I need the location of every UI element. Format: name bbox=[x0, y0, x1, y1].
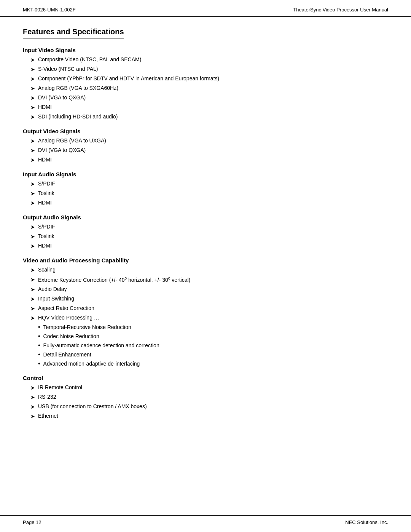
list-item-text: Toslink bbox=[38, 232, 54, 240]
arrow-bullet-icon: ➤ bbox=[30, 403, 35, 411]
section-video-audio-processing: Video and Audio Processing Capability➤Sc… bbox=[23, 257, 388, 368]
list-item-text: Analog RGB (VGA to UXGA) bbox=[38, 137, 106, 145]
list-item: ➤S-Video (NTSC and PAL) bbox=[30, 65, 388, 73]
section-control: Control➤IR Remote Control➤RS-232➤USB (fo… bbox=[23, 375, 388, 420]
list-item-text: Detail Enhancement bbox=[43, 351, 91, 359]
list-item: ➤Aspect Ratio Correction bbox=[30, 304, 388, 313]
arrow-bullet-icon: ➤ bbox=[30, 233, 35, 241]
bullet-list-output-video-signals: ➤Analog RGB (VGA to UXGA)➤DVI (VGA to QX… bbox=[23, 137, 388, 164]
arrow-bullet-icon: ➤ bbox=[30, 242, 35, 250]
section-heading-output-video-signals: Output Video Signals bbox=[23, 128, 388, 134]
list-item: •Codec Noise Reduction bbox=[38, 332, 388, 340]
list-item-text: S/PDIF bbox=[38, 223, 55, 231]
list-item-text: HDMI bbox=[38, 199, 52, 207]
arrow-bullet-icon: ➤ bbox=[30, 190, 35, 198]
main-content: Features and Specifications Input Video … bbox=[0, 17, 411, 515]
list-item-text: Ethernet bbox=[38, 412, 58, 420]
arrow-bullet-icon: ➤ bbox=[30, 412, 35, 420]
list-item-text: Input Switching bbox=[38, 295, 74, 303]
list-item-text: HDMI bbox=[38, 156, 52, 164]
section-input-video-signals: Input Video Signals➤Composite Video (NTS… bbox=[23, 47, 388, 121]
list-item: •Fully-automatic cadence detection and c… bbox=[38, 342, 388, 350]
section-output-audio-signals: Output Audio Signals➤S/PDIF➤Toslink➤HDMI bbox=[23, 214, 388, 250]
arrow-bullet-icon: ➤ bbox=[30, 295, 35, 303]
list-item: •Detail Enhancement bbox=[38, 351, 388, 359]
list-item: ➤Composite Video (NTSC, PAL and SECAM) bbox=[30, 56, 388, 64]
list-item: ➤S/PDIF bbox=[30, 223, 388, 231]
sections-container: Input Video Signals➤Composite Video (NTS… bbox=[23, 47, 388, 420]
page-title: Features and Specifications bbox=[23, 27, 124, 38]
header-left: MKT-0026-UMN-1.002F bbox=[23, 7, 76, 13]
list-item: ➤Extreme Keystone Correction (+/- 40o ho… bbox=[30, 275, 388, 284]
arrow-bullet-icon: ➤ bbox=[30, 156, 35, 164]
arrow-bullet-icon: ➤ bbox=[30, 104, 35, 112]
list-item: ➤SDI (including HD-SDI and audio) bbox=[30, 113, 388, 121]
list-item: ➤Scaling bbox=[30, 266, 388, 274]
arrow-bullet-icon: ➤ bbox=[30, 223, 35, 231]
list-item-text: USB (for connection to Crestron / AMX bo… bbox=[38, 403, 147, 411]
list-item: ➤DVI (VGA to QXGA) bbox=[30, 94, 388, 102]
dot-bullet-icon: • bbox=[38, 351, 40, 359]
list-item-text: Analog RGB (VGA to SXGA60Hz) bbox=[38, 84, 118, 92]
list-item: ➤Component (YPbPr for SDTV and HDTV in A… bbox=[30, 75, 388, 83]
list-item-text: HQV Video Processing … bbox=[38, 314, 99, 322]
list-item-text: S/PDIF bbox=[38, 180, 55, 188]
section-heading-output-audio-signals: Output Audio Signals bbox=[23, 214, 388, 220]
dot-bullet-icon: • bbox=[38, 342, 40, 350]
list-item-text: Aspect Ratio Correction bbox=[38, 304, 94, 312]
section-heading-input-video-signals: Input Video Signals bbox=[23, 47, 388, 53]
footer-right: NEC Solutions, Inc. bbox=[345, 519, 388, 525]
arrow-bullet-icon: ➤ bbox=[30, 276, 35, 284]
arrow-bullet-icon: ➤ bbox=[30, 199, 35, 207]
arrow-bullet-icon: ➤ bbox=[30, 180, 35, 188]
list-item: ➤USB (for connection to Crestron / AMX b… bbox=[30, 403, 388, 411]
list-item: ➤HDMI bbox=[30, 103, 388, 112]
list-item-text: RS-232 bbox=[38, 393, 56, 401]
list-item-text: Audio Delay bbox=[38, 285, 67, 293]
list-item-text: Temporal-Recursive Noise Reduction bbox=[43, 323, 131, 331]
page-container: MKT-0026-UMN-1.002F TheaterSync Video Pr… bbox=[0, 0, 411, 532]
list-item-text: SDI (including HD-SDI and audio) bbox=[38, 113, 118, 121]
header-right: TheaterSync Video Processor User Manual bbox=[293, 7, 388, 13]
section-input-audio-signals: Input Audio Signals➤S/PDIF➤Toslink➤HDMI bbox=[23, 171, 388, 207]
list-item: ➤DVI (VGA to QXGA) bbox=[30, 146, 388, 155]
list-item: ➤HQV Video Processing … bbox=[30, 314, 388, 322]
list-item: ➤Input Switching bbox=[30, 295, 388, 303]
list-item: ➤HDMI bbox=[30, 242, 388, 250]
list-item: ➤Audio Delay bbox=[30, 285, 388, 294]
list-item-text: Composite Video (NTSC, PAL and SECAM) bbox=[38, 56, 141, 64]
list-item: ➤Analog RGB (VGA to UXGA) bbox=[30, 137, 388, 145]
bullet-list-video-audio-processing: ➤Scaling➤Extreme Keystone Correction (+/… bbox=[23, 266, 388, 322]
bullet-list-input-audio-signals: ➤S/PDIF➤Toslink➤HDMI bbox=[23, 180, 388, 207]
dot-bullet-icon: • bbox=[38, 360, 40, 368]
list-item: ➤Toslink bbox=[30, 189, 388, 198]
sub-bullet-list-video-audio-processing: •Temporal-Recursive Noise Reduction•Code… bbox=[23, 323, 388, 368]
list-item: •Advanced motion-adaptive de-interlacing bbox=[38, 360, 388, 368]
arrow-bullet-icon: ➤ bbox=[30, 266, 35, 274]
list-item-text: Component (YPbPr for SDTV and HDTV in Am… bbox=[38, 75, 219, 83]
arrow-bullet-icon: ➤ bbox=[30, 393, 35, 401]
footer-left: Page 12 bbox=[23, 519, 41, 525]
arrow-bullet-icon: ➤ bbox=[30, 94, 35, 102]
header-bar: MKT-0026-UMN-1.002F TheaterSync Video Pr… bbox=[0, 0, 411, 17]
bullet-list-output-audio-signals: ➤S/PDIF➤Toslink➤HDMI bbox=[23, 223, 388, 250]
list-item-text: Scaling bbox=[38, 266, 56, 274]
dot-bullet-icon: • bbox=[38, 332, 40, 340]
list-item-text: IR Remote Control bbox=[38, 383, 82, 391]
list-item: ➤S/PDIF bbox=[30, 180, 388, 188]
list-item-text: HDMI bbox=[38, 242, 52, 250]
list-item: ➤RS-232 bbox=[30, 393, 388, 401]
list-item-text: DVI (VGA to QXGA) bbox=[38, 146, 86, 154]
arrow-bullet-icon: ➤ bbox=[30, 147, 35, 155]
list-item-text: Extreme Keystone Correction (+/- 40o hor… bbox=[38, 275, 190, 284]
footer-bar: Page 12 NEC Solutions, Inc. bbox=[0, 515, 411, 532]
list-item-text: Advanced motion-adaptive de-interlacing bbox=[43, 360, 140, 368]
section-heading-input-audio-signals: Input Audio Signals bbox=[23, 171, 388, 177]
list-item: ➤HDMI bbox=[30, 199, 388, 207]
arrow-bullet-icon: ➤ bbox=[30, 75, 35, 83]
arrow-bullet-icon: ➤ bbox=[30, 113, 35, 121]
list-item: ➤HDMI bbox=[30, 156, 388, 164]
list-item-text: Codec Noise Reduction bbox=[43, 332, 99, 340]
arrow-bullet-icon: ➤ bbox=[30, 66, 35, 73]
arrow-bullet-icon: ➤ bbox=[30, 384, 35, 392]
